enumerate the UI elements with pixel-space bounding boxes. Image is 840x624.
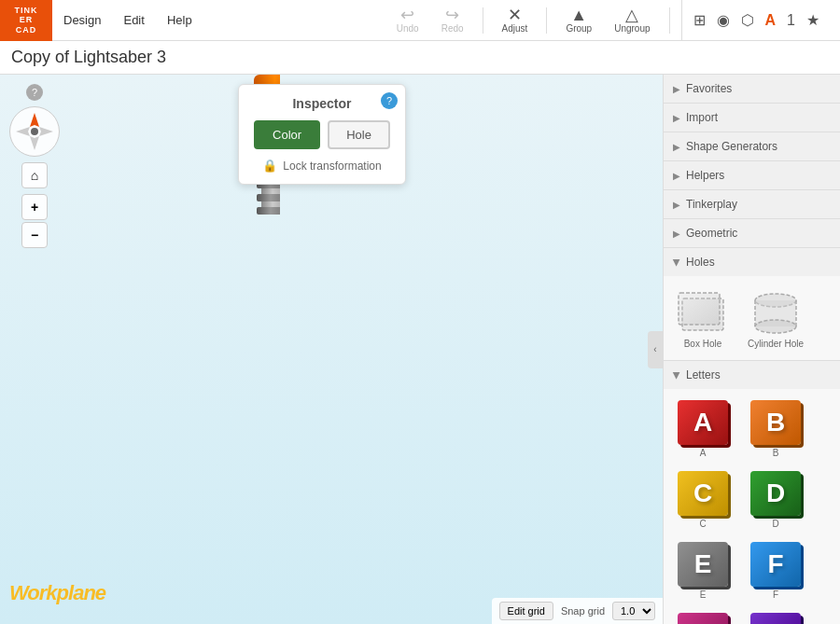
cube-icon[interactable]: ◉ [713, 7, 734, 33]
nav-compass[interactable] [9, 106, 60, 157]
shape-gen-header[interactable]: ▶ Shape Generators [664, 132, 840, 160]
tinkerplay-header[interactable]: ▶ Tinkerplay [664, 190, 840, 218]
zoom-in-button[interactable]: + [21, 194, 48, 220]
sidebar-section-letters: ▶ Letters A A B B C C [664, 361, 840, 624]
grid-icon[interactable]: ⊞ [690, 7, 709, 33]
menu-help[interactable]: Help [156, 0, 203, 41]
svg-point-73 [31, 128, 38, 135]
lock-label: Lock transformation [283, 159, 381, 173]
letter-f-item[interactable]: F F [742, 538, 809, 603]
undo-button[interactable]: ↩ Undo [389, 7, 427, 34]
menu-design[interactable]: Design [52, 0, 112, 41]
shape-gen-label: Shape Generators [686, 140, 777, 153]
number-icon[interactable]: 1 [783, 8, 799, 33]
project-bar: Copy of Lightsaber 3 [0, 41, 840, 75]
letter-f-label: F [773, 589, 778, 600]
viewport[interactable]: ? ⌂ + − Inspector Color Hole [0, 75, 663, 624]
holes-arrow: ▶ [672, 258, 682, 266]
letter-b-label: B [773, 448, 779, 458]
sidebar-section-import: ▶ Import [664, 104, 840, 132]
redo-button[interactable]: ↪ Redo [434, 7, 471, 34]
favorites-header[interactable]: ▶ Favorites [664, 75, 840, 103]
right-icons: ⊞ ◉ ⬡ A 1 ★ [681, 0, 831, 41]
tinkerplay-label: Tinkerplay [686, 198, 737, 211]
zoom-out-button[interactable]: − [21, 222, 48, 248]
undo-icon: ↩ [400, 7, 414, 23]
edit-grid-button[interactable]: Edit grid [499, 602, 553, 620]
top-bar: TINK ER CAD Design Edit Help ↩ Undo ↪ Re… [0, 0, 840, 41]
star-icon[interactable]: ★ [803, 7, 823, 33]
sidebar-section-geometric: ▶ Geometric [664, 219, 840, 248]
adjust-button[interactable]: ✕ Adjust [495, 7, 536, 34]
ungroup-label: Ungroup [614, 23, 650, 34]
shape-gen-arrow: ▶ [673, 142, 680, 152]
inspector-panel: Inspector Color Hole 🔒 Lock transformati… [238, 84, 406, 185]
redo-label: Redo [441, 23, 464, 34]
letter-c-label: C [699, 519, 706, 529]
logo[interactable]: TINK ER CAD [0, 0, 52, 41]
letter-b-item[interactable]: B B [742, 396, 809, 462]
holes-content: Box Hole Cylinder Hole [664, 276, 840, 360]
sidebar-section-shape-gen: ▶ Shape Generators [664, 132, 840, 161]
viewport-bottom: Edit grid Snap grid 1.0 0.5 2.0 [492, 598, 663, 624]
toolbar-sep-1 [483, 7, 483, 34]
ungroup-icon: △ [625, 7, 638, 23]
snap-label: Snap grid [561, 605, 605, 617]
inspector-help[interactable]: ? [381, 92, 398, 109]
cylinder-hole-label: Cylinder Hole [748, 339, 804, 349]
letter-a-icon[interactable]: A [762, 8, 780, 33]
letter-e-item[interactable]: E E [669, 538, 736, 603]
toolbar-sep-2 [546, 7, 547, 34]
favorites-label: Favorites [686, 82, 732, 95]
helpers-header[interactable]: ▶ Helpers [664, 161, 840, 189]
svg-marker-70 [30, 136, 39, 150]
menu-edit[interactable]: Edit [112, 0, 155, 41]
color-button[interactable]: Color [254, 120, 320, 149]
workplane-text: Workplane [9, 581, 105, 605]
geometric-header[interactable]: ▶ Geometric [664, 219, 840, 247]
adjust-icon: ✕ [508, 7, 522, 23]
letter-a-item[interactable]: A A [669, 396, 736, 462]
lock-icon: 🔒 [262, 159, 277, 173]
svg-marker-71 [16, 127, 30, 136]
import-header[interactable]: ▶ Import [664, 104, 840, 132]
ungroup-button[interactable]: △ Ungroup [607, 7, 657, 34]
hole-button[interactable]: Hole [328, 120, 390, 149]
letter-g-item[interactable]: G G [669, 609, 736, 624]
adjust-label: Adjust [502, 23, 528, 34]
redo-icon: ↪ [445, 7, 459, 23]
letter-d-item[interactable]: D D [742, 467, 809, 533]
letters-label: Letters [686, 368, 721, 381]
import-arrow: ▶ [673, 113, 680, 123]
cylinder-hole-item[interactable]: Cylinder Hole [742, 284, 809, 353]
project-name[interactable]: Copy of Lightsaber 3 [11, 48, 166, 67]
holes-header[interactable]: ▶ Holes [664, 248, 840, 276]
tinkerplay-arrow: ▶ [673, 200, 680, 210]
letter-c-item[interactable]: C C [669, 467, 736, 533]
main-content: ? ⌂ + − Inspector Color Hole [0, 75, 840, 624]
toolbar: ↩ Undo ↪ Redo ✕ Adjust ▲ Group △ Ungroup… [389, 0, 840, 41]
inspector-title: Inspector [254, 96, 390, 111]
help-button[interactable]: ? [26, 84, 43, 101]
lock-transform[interactable]: 🔒 Lock transformation [254, 159, 390, 173]
helpers-arrow: ▶ [673, 171, 680, 181]
home-button[interactable]: ⌂ [21, 162, 48, 188]
geometric-arrow: ▶ [673, 229, 680, 239]
geometric-label: Geometric [686, 227, 737, 240]
letter-d-label: D [772, 519, 778, 529]
letter-h-item[interactable]: H H [742, 609, 809, 624]
undo-label: Undo [397, 23, 419, 34]
letters-header[interactable]: ▶ Letters [664, 361, 840, 389]
sidebar-collapse[interactable]: ‹ [648, 331, 663, 368]
svg-rect-75 [679, 293, 720, 325]
holes-label: Holes [686, 256, 715, 269]
favorites-arrow: ▶ [673, 84, 680, 94]
inspector-buttons: Color Hole [254, 120, 390, 149]
sphere-icon[interactable]: ⬡ [737, 7, 758, 33]
group-button[interactable]: ▲ Group [558, 7, 599, 34]
snap-select[interactable]: 1.0 0.5 2.0 [612, 602, 655, 620]
letter-a-label: A [700, 448, 707, 458]
box-hole-item[interactable]: Box Hole [669, 284, 736, 353]
svg-rect-45 [257, 194, 280, 201]
toolbar-sep-3 [669, 7, 670, 34]
